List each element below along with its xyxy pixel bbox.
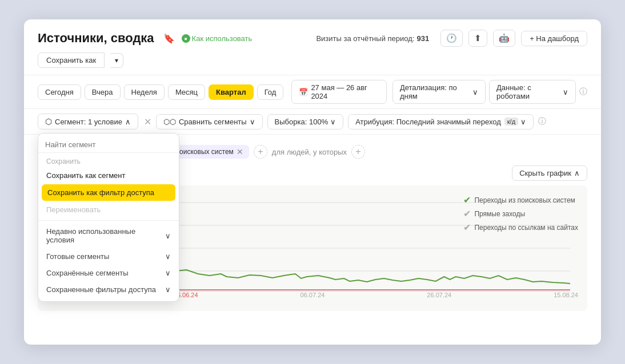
robot-button[interactable]: 🤖 [493, 30, 515, 47]
info-circle-icon: ● [182, 34, 190, 43]
date-range-picker[interactable]: 📅 27 мая — 26 авг 2024 [291, 80, 386, 104]
saved-segments-group[interactable]: Сохранённые сегменты ∨ [38, 265, 179, 281]
page-title: Источники, сводка [38, 31, 154, 46]
legend-item-ref[interactable]: ✔ Переходы по ссылкам на сайтах [463, 222, 578, 233]
legend-item-search[interactable]: ✔ Переходы из поисковых систем [463, 195, 578, 205]
save-as-button[interactable]: Сохранить как [38, 52, 105, 68]
attribution-selector[interactable]: Атрибуция: Последний значимый переход к/… [348, 114, 534, 130]
chart-legend: ✔ Переходы из поисковых систем ✔ Прямые … [463, 195, 578, 233]
export-button[interactable]: ⬆ [468, 30, 487, 47]
sample-selector[interactable]: Выборка: 100% ∨ [267, 114, 344, 130]
chevron-down-icon-3: ∨ [250, 118, 255, 126]
header: Источники, сводка 🔖 ● Как использовать В… [24, 19, 601, 75]
tab-yesterday[interactable]: Вчера [85, 84, 121, 100]
visits-info: Визиты за отчётный период: 931 [316, 34, 429, 43]
chevron-down-icon-6: ∨ [165, 232, 171, 240]
tab-today[interactable]: Сегодня [38, 84, 81, 100]
recent-conditions-group[interactable]: Недавно использованные условия ∨ [38, 223, 179, 248]
add-filter-button[interactable]: + [254, 145, 267, 159]
data-selector[interactable]: Данные: с роботами ∨ [489, 80, 576, 104]
tab-quarter[interactable]: Квартал [209, 84, 254, 100]
segment-close-button[interactable]: ✕ [144, 116, 151, 127]
ready-segments-group[interactable]: Готовые сегменты ∨ [38, 248, 179, 265]
info-icon[interactable]: ⓘ [579, 87, 587, 97]
legend-item-direct[interactable]: ✔ Прямые заходы [463, 208, 578, 219]
compare-segments-button[interactable]: ⬡⬡ Сравнить сегменты ∨ [156, 114, 263, 130]
chevron-down-icon-9: ∨ [165, 285, 171, 294]
how-to-use-link[interactable]: ● Как использовать [182, 34, 253, 43]
clock-button[interactable]: 🕐 [440, 30, 463, 47]
chevron-down-icon: ∨ [472, 88, 478, 96]
chevron-down-icon-2: ∨ [563, 88, 568, 96]
save-as-filter-item[interactable]: Сохранить как фильтр доступа [42, 184, 175, 201]
filter-tag-close-button[interactable]: ✕ [237, 147, 243, 156]
chevron-down-icon-4: ∨ [330, 118, 336, 126]
hide-chart-button[interactable]: Скрыть график ∧ [512, 165, 587, 181]
segment-search-input[interactable] [38, 137, 179, 153]
saved-filters-group[interactable]: Сохраненные фильтры доступа ∨ [38, 281, 179, 298]
chevron-down-icon-5: ∨ [520, 118, 526, 126]
calendar-icon: 📅 [299, 88, 308, 96]
chevron-up-icon: ∧ [574, 169, 580, 177]
bookmark-icon[interactable]: 🔖 [163, 33, 175, 44]
segment-button[interactable]: ⬡ Сегмент: 1 условие ∧ [38, 114, 138, 130]
segment-dropdown: Сохранить Сохранить как сегмент Сохранит… [38, 133, 179, 302]
add-condition-button[interactable]: + [351, 145, 365, 159]
rename-item: Переименовать [38, 201, 179, 218]
tab-month[interactable]: Месяц [168, 84, 205, 100]
attr-info-icon[interactable]: ⓘ [538, 116, 546, 127]
add-to-dashboard-button[interactable]: + На дашборд [521, 31, 587, 46]
compare-icon: ⬡⬡ [163, 118, 176, 126]
tab-year[interactable]: Год [257, 84, 284, 100]
chevron-down-icon-8: ∨ [165, 269, 171, 277]
save-as-segment-item[interactable]: Сохранить как сегмент [38, 167, 179, 184]
detail-selector[interactable]: Детализация: по дням ∨ [392, 80, 486, 104]
save-section-label: Сохранить [38, 153, 179, 167]
toolbar: Сегодня Вчера Неделя Месяц Квартал Год 📅… [24, 75, 601, 109]
main-window: Источники, сводка 🔖 ● Как использовать В… [24, 19, 601, 345]
segment-icon: ⬡ [45, 117, 52, 126]
filter-bar: ⬡ Сегмент: 1 условие ∧ ✕ ⬡⬡ Сравнить сег… [24, 109, 601, 135]
chevron-down-icon-7: ∨ [165, 252, 171, 261]
save-as-dropdown-button[interactable]: ▾ [110, 53, 123, 68]
tab-week[interactable]: Неделя [124, 84, 165, 100]
